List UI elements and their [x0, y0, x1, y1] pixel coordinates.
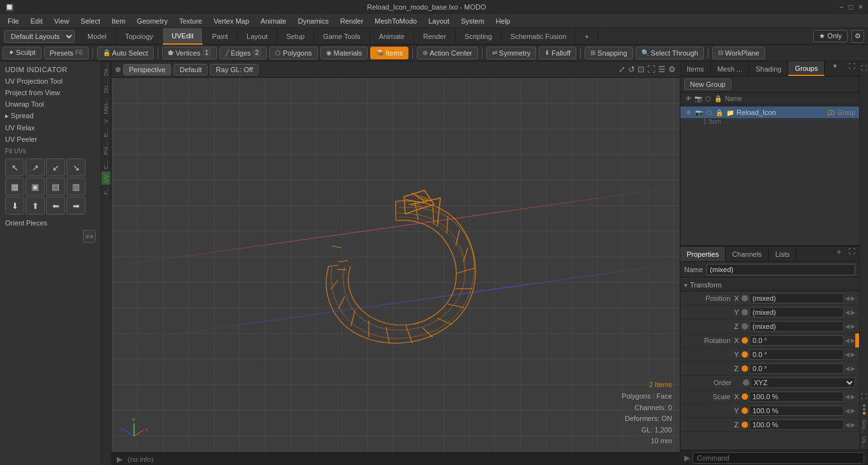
prop-add-button[interactable]: + [833, 247, 845, 261]
prop-dot-2[interactable] [742, 323, 748, 330]
project-from-view[interactable]: Project from View [3, 87, 98, 98]
viewport-canvas[interactable]: 2 Items Polygons : Face Channels: 0 Defo… [112, 78, 680, 452]
unwrap-tool[interactable]: Unwrap Tool [3, 98, 98, 110]
prop-tab-lists[interactable]: Lists [769, 247, 797, 261]
tool-icon-6[interactable]: ▣ [26, 178, 45, 195]
prop-arrow-left-3[interactable]: ◀ [845, 337, 849, 344]
tool-icon-1[interactable]: ↖ [5, 158, 24, 176]
sculpt-button[interactable]: ✦ Sculpt [3, 47, 41, 59]
tool-icon-10[interactable]: ⬆ [26, 197, 45, 215]
layout-tab-game-tools[interactable]: Game Tools [314, 28, 370, 45]
prop-arrow-left-1[interactable]: ◀ [845, 309, 849, 316]
falloff-button[interactable]: ⬇ Falloff [539, 47, 576, 59]
tool-icon-12[interactable]: ➡ [66, 197, 86, 215]
prop-tab-properties[interactable]: Properties [680, 247, 726, 261]
more-button[interactable]: >> [83, 230, 96, 243]
eye-icon[interactable]: 👁 [684, 95, 693, 103]
right-strip-label-gro[interactable]: Gro... [861, 420, 867, 434]
prop-dot-9[interactable] [742, 422, 748, 428]
viewport-layout-icon[interactable]: ⊡ [638, 65, 645, 74]
menu-item-system[interactable]: System [456, 16, 490, 26]
tool-icon-4[interactable]: ↘ [66, 158, 86, 176]
order-select[interactable]: XYZ [751, 377, 855, 388]
menu-item-animate[interactable]: Animate [255, 16, 291, 26]
prop-dot-4[interactable] [742, 351, 748, 358]
layout-tab-render[interactable]: Render [414, 28, 456, 45]
tool-icon-7[interactable]: ▤ [46, 178, 65, 195]
uv-projection-tool[interactable]: UV Projection Tool [3, 75, 98, 87]
prop-arrow-left-0[interactable]: ◀ [845, 295, 849, 301]
orient-pieces[interactable]: Orient Pieces [3, 217, 98, 229]
tool-icon-5[interactable]: ▦ [5, 178, 24, 195]
groups-tab-items[interactable]: Items [680, 61, 711, 76]
menu-item-geometry[interactable]: Geometry [131, 16, 172, 26]
gear-button[interactable]: ⚙ [851, 30, 864, 43]
menu-item-select[interactable]: Select [75, 16, 105, 26]
groups-fullscreen-button[interactable]: ⛶ [845, 61, 859, 76]
snapping-button[interactable]: ⊞ Snapping [585, 47, 633, 59]
groups-tab-shading[interactable]: Shading [749, 61, 788, 76]
layout-tab-layout[interactable]: Layout [237, 28, 277, 45]
name-input[interactable] [707, 264, 855, 275]
viewport-expand-icon[interactable]: ⛶ [647, 65, 655, 74]
menu-item-item[interactable]: Item [107, 16, 130, 26]
menu-item-meshtomodo[interactable]: MeshToModo [370, 16, 422, 26]
prop-value-input-3[interactable] [749, 335, 844, 346]
menu-item-texture[interactable]: Texture [174, 16, 207, 26]
prop-dot-1[interactable] [742, 309, 748, 316]
prop-arrow-left-9[interactable]: ◀ [845, 422, 849, 428]
prop-arrow-right-2[interactable]: ▶ [851, 323, 855, 330]
presets-button[interactable]: Presets F6 [44, 47, 89, 59]
prop-dot-3[interactable] [742, 337, 748, 344]
prop-dot-7[interactable] [742, 393, 748, 400]
prop-value-input-9[interactable] [749, 420, 844, 430]
tool-icon-11[interactable]: ⬅ [46, 197, 65, 215]
prop-value-input-1[interactable] [749, 307, 844, 317]
viewport-menu-icon[interactable]: ☰ [658, 65, 666, 74]
row-lock-icon[interactable]: 🔒 [715, 108, 724, 117]
viewport-gear-icon[interactable]: ⚙ [668, 65, 676, 74]
layout-tab-paint[interactable]: Paint [203, 28, 237, 45]
prop-value-input-0[interactable] [749, 293, 844, 303]
panel-expand-bot[interactable]: ⛶ [859, 392, 869, 402]
row-render-icon[interactable]: 📷 [694, 108, 703, 117]
prop-tab-channels[interactable]: Channels [726, 247, 768, 261]
sel-icon[interactable]: ⬡ [704, 95, 713, 103]
minimize-button[interactable]: − [839, 3, 844, 11]
menu-item-vertex map[interactable]: Vertex Map [209, 16, 255, 26]
prop-arrow-right-7[interactable]: ▶ [851, 393, 855, 400]
layout-tab-schematic-fusion[interactable]: Schematic Fusion [502, 28, 576, 45]
layout-selector[interactable]: Default Layouts [4, 30, 75, 43]
items-button[interactable]: 📦 Items [370, 47, 408, 59]
workplane-button[interactable]: ⊟ WorkPlane [712, 47, 765, 59]
prop-arrow-left-2[interactable]: ◀ [845, 323, 849, 330]
polygons-button[interactable]: ⬡ Polygons [269, 47, 317, 59]
row-eye-icon[interactable]: 👁 [684, 108, 693, 117]
layout-tab-model[interactable]: Model [79, 28, 116, 45]
fit-uvs[interactable]: Fit UVs [3, 145, 98, 156]
prop-arrow-left-5[interactable]: ◀ [845, 365, 849, 372]
layout-tab-scripting[interactable]: Scripting [456, 28, 502, 45]
layout-tab-uvedit[interactable]: UVEdit [163, 28, 203, 45]
prop-value-input-5[interactable] [749, 363, 844, 374]
tool-icon-2[interactable]: ↗ [26, 158, 45, 176]
menu-item-help[interactable]: Help [491, 16, 516, 26]
prop-arrow-right-1[interactable]: ▶ [851, 309, 855, 316]
edges-button[interactable]: ╱ Edges 2 [220, 47, 267, 59]
viewport-fit-icon[interactable]: ⤢ [618, 65, 625, 74]
render-icon[interactable]: 📷 [694, 95, 703, 103]
close-button[interactable]: × [858, 3, 863, 11]
new-group-button[interactable]: New Group [684, 79, 731, 90]
tool-icon-9[interactable]: ⬇ [5, 197, 24, 215]
spread-item[interactable]: ▸ Spread [3, 110, 98, 122]
prop-value-input-7[interactable] [749, 392, 844, 402]
add-tab-button[interactable]: + [576, 28, 598, 45]
command-input[interactable] [692, 452, 864, 464]
panel-expand-top[interactable]: ⛶ [859, 63, 869, 73]
perspective-button[interactable]: Perspective [123, 64, 171, 75]
tool-icon-8[interactable]: ▥ [66, 178, 86, 195]
groups-tab-mesh-...[interactable]: Mesh ... [711, 61, 749, 76]
maximize-button[interactable]: □ [849, 3, 853, 11]
menu-item-file[interactable]: File [3, 16, 24, 26]
right-strip-label-us[interactable]: Us... [861, 436, 867, 448]
